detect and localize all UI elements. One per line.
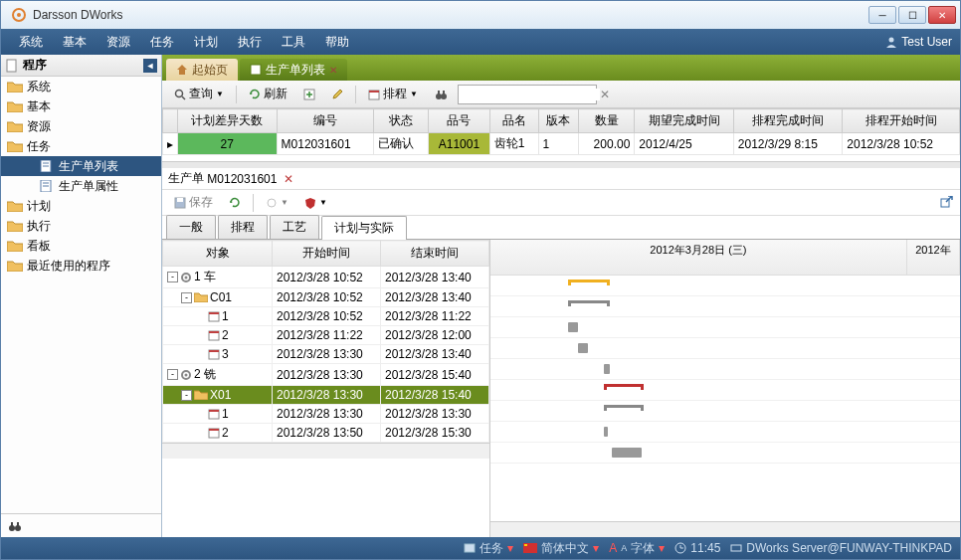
tree-toggle[interactable]: - (181, 292, 192, 303)
nav-item[interactable]: 系统 (1, 77, 161, 96)
gantt-bar[interactable] (604, 427, 608, 437)
gantt-bar[interactable] (578, 343, 588, 353)
menu-resource[interactable]: 资源 (96, 30, 140, 55)
save-icon (174, 197, 186, 209)
action-dropdown[interactable]: ▼ (260, 195, 294, 211)
clear-icon[interactable]: ✕ (600, 88, 610, 101)
tree-toggle[interactable]: - (167, 272, 178, 282)
svg-rect-46 (524, 544, 527, 546)
cal-icon (208, 310, 220, 322)
gantt-bar[interactable] (568, 300, 610, 306)
gantt-row (490, 359, 960, 380)
filter-button[interactable] (428, 86, 454, 103)
menu-help[interactable]: 帮助 (315, 30, 359, 55)
gantt-header: 2012年3月28日 (三) 2012年 (490, 240, 960, 276)
tab-close-icon[interactable]: ✕ (329, 65, 337, 76)
gantt-bar[interactable] (604, 384, 644, 390)
tab-order-list[interactable]: 生产单列表 ✕ (240, 59, 347, 81)
status-task[interactable]: 任务 ▾ (464, 540, 513, 557)
detail-title-id: M012031601 (207, 172, 277, 186)
detail-row[interactable]: -C012012/3/28 10:522012/3/28 13:40 (163, 288, 489, 307)
nav-item[interactable]: 看板 (1, 236, 161, 256)
folder-icon (7, 81, 23, 93)
gantt-row (490, 338, 960, 359)
detail-row[interactable]: 22012/3/28 13:502012/3/28 15:30 (163, 424, 489, 443)
detail-row[interactable]: -2 铣2012/3/28 13:302012/3/28 15:40 (163, 364, 489, 386)
refresh-button[interactable]: 刷新 (243, 84, 293, 104)
gantt-bar[interactable] (604, 364, 610, 374)
menu-basic[interactable]: 基本 (53, 30, 96, 55)
status-lang[interactable]: 简体中文 ▾ (523, 540, 599, 557)
user-info[interactable]: Test User (885, 35, 952, 49)
subtab-plan-actual[interactable]: 计划与实际 (321, 216, 407, 240)
maximize-button[interactable]: ☐ (898, 6, 926, 24)
dropdown-icon: ▼ (410, 90, 418, 98)
detail-row[interactable]: 32012/3/28 13:302012/3/28 13:40 (163, 345, 489, 364)
tree-toggle[interactable]: - (181, 390, 192, 401)
new-button[interactable] (297, 87, 321, 102)
schedule-icon (368, 89, 380, 100)
minimize-button[interactable]: ─ (868, 6, 896, 24)
gantt-pane: 2012年3月28日 (三) 2012年 (490, 240, 960, 537)
nav-item[interactable]: 任务 (1, 136, 161, 156)
status-font[interactable]: AA 字体 ▾ (609, 540, 665, 557)
gantt-bar[interactable] (568, 280, 610, 285)
detail-row[interactable]: -1 车2012/3/28 10:522012/3/28 13:40 (163, 267, 489, 288)
h-scrollbar[interactable] (162, 443, 489, 459)
nav-item[interactable]: 资源 (1, 116, 161, 136)
menu-plan[interactable]: 计划 (184, 30, 228, 55)
refresh-detail-button[interactable] (223, 195, 247, 211)
menu-task[interactable]: 任务 (140, 30, 184, 55)
gantt-body[interactable] (490, 276, 960, 521)
search-input[interactable] (463, 89, 600, 100)
gantt-bar[interactable] (604, 405, 644, 411)
folder-icon (7, 220, 23, 232)
nav-item[interactable]: 生产单属性 (1, 176, 161, 196)
gantt-bar[interactable] (568, 322, 578, 332)
svg-rect-37 (209, 350, 219, 352)
schedule-button[interactable]: 排程 ▼ (362, 84, 424, 104)
statusbar: 任务 ▾ 简体中文 ▾ AA 字体 ▾ 11:45 DWorks Server@… (1, 537, 960, 559)
subtab-process[interactable]: 工艺 (270, 215, 319, 239)
svg-point-15 (176, 90, 183, 96)
order-grid: 计划差异天数 编号 状态 品号 品名 版本 数量 期望完成时间 排程完成时间 排… (162, 108, 960, 162)
nav-item[interactable]: 最近使用的程序 (1, 256, 161, 276)
tab-home[interactable]: 起始页 (166, 59, 238, 81)
nav-item[interactable]: 执行 (1, 216, 161, 236)
detail-row[interactable]: 22012/3/28 11:222012/3/28 12:00 (163, 326, 489, 345)
shield-button[interactable]: ▼ (298, 195, 333, 211)
detail-close-icon[interactable]: ✕ (284, 172, 293, 186)
window-controls: ─ ☐ ✕ (868, 6, 956, 24)
menu-system[interactable]: 系统 (9, 30, 53, 55)
grid-row[interactable]: ▸ 27 M012031601 已确认 A11001 齿轮1 1 200.00 … (163, 133, 960, 155)
detail-row[interactable]: 12012/3/28 10:522012/3/28 11:22 (163, 307, 489, 326)
popout-icon[interactable] (940, 196, 954, 210)
h-scrollbar[interactable] (490, 521, 960, 537)
gantt-row (490, 401, 960, 422)
svg-rect-50 (731, 545, 741, 551)
menu-tool[interactable]: 工具 (272, 30, 315, 55)
cal-icon (208, 427, 220, 439)
app-icon (11, 7, 27, 23)
close-button[interactable]: ✕ (928, 6, 956, 24)
gantt-bar[interactable] (612, 448, 642, 458)
nav-item[interactable]: 计划 (1, 196, 161, 216)
status-server: DWorks Server@FUNWAY-THINKPAD (730, 541, 952, 555)
detail-row[interactable]: 12012/3/28 13:302012/3/28 13:30 (163, 405, 489, 424)
sidebar-footer (1, 513, 161, 537)
svg-rect-41 (209, 410, 219, 412)
save-button[interactable]: 保存 (168, 192, 219, 213)
detail-row[interactable]: -X012012/3/28 13:302012/3/28 15:40 (163, 386, 489, 405)
nav-item[interactable]: 基本 (1, 96, 161, 116)
binoculars-icon[interactable] (7, 519, 23, 533)
query-button[interactable]: 查询 ▼ (168, 84, 230, 104)
subtab-general[interactable]: 一般 (166, 215, 216, 239)
doc-icon (250, 64, 262, 76)
subtab-schedule[interactable]: 排程 (218, 215, 268, 239)
collapse-button[interactable]: ◄ (143, 59, 157, 73)
menu-execute[interactable]: 执行 (228, 30, 272, 55)
edit-button[interactable] (325, 87, 349, 102)
nav-item[interactable]: 生产单列表 (1, 156, 161, 176)
tree-toggle[interactable]: - (167, 369, 178, 380)
search-field[interactable]: ✕ (458, 85, 597, 104)
